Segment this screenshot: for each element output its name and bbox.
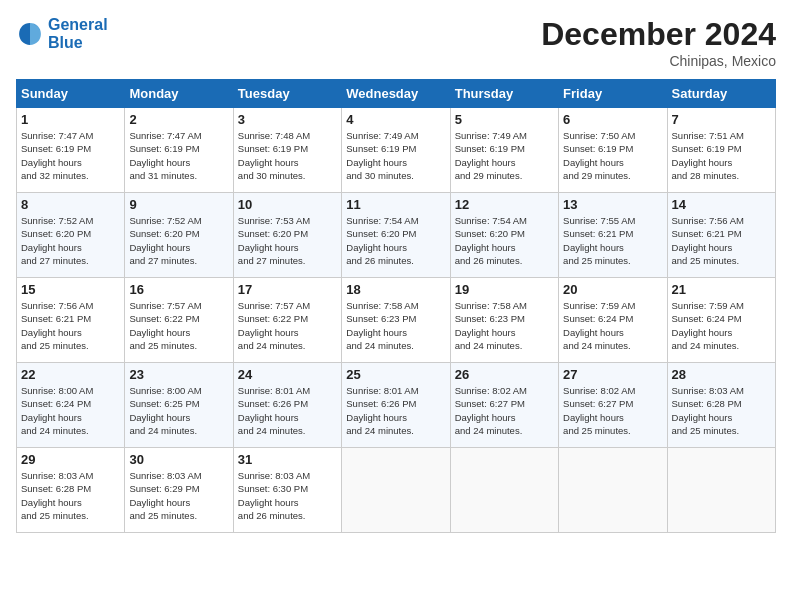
calendar-cell: 22 Sunrise: 8:00 AM Sunset: 6:24 PM Dayl… [17,363,125,448]
day-info: Sunrise: 7:47 AM Sunset: 6:19 PM Dayligh… [129,130,201,181]
calendar-header-monday: Monday [125,80,233,108]
day-info: Sunrise: 7:55 AM Sunset: 6:21 PM Dayligh… [563,215,635,266]
day-info: Sunrise: 8:01 AM Sunset: 6:26 PM Dayligh… [346,385,418,436]
calendar-week-row: 29 Sunrise: 8:03 AM Sunset: 6:28 PM Dayl… [17,448,776,533]
day-info: Sunrise: 7:49 AM Sunset: 6:19 PM Dayligh… [346,130,418,181]
title-block: December 2024 Chinipas, Mexico [541,16,776,69]
day-info: Sunrise: 7:52 AM Sunset: 6:20 PM Dayligh… [21,215,93,266]
day-number: 14 [672,197,771,212]
calendar-cell [342,448,450,533]
calendar-week-row: 22 Sunrise: 8:00 AM Sunset: 6:24 PM Dayl… [17,363,776,448]
day-info: Sunrise: 8:02 AM Sunset: 6:27 PM Dayligh… [455,385,527,436]
calendar-cell: 15 Sunrise: 7:56 AM Sunset: 6:21 PM Dayl… [17,278,125,363]
day-info: Sunrise: 7:58 AM Sunset: 6:23 PM Dayligh… [346,300,418,351]
day-info: Sunrise: 7:56 AM Sunset: 6:21 PM Dayligh… [21,300,93,351]
calendar-header-sunday: Sunday [17,80,125,108]
day-info: Sunrise: 7:59 AM Sunset: 6:24 PM Dayligh… [672,300,744,351]
day-info: Sunrise: 7:49 AM Sunset: 6:19 PM Dayligh… [455,130,527,181]
calendar-week-row: 1 Sunrise: 7:47 AM Sunset: 6:19 PM Dayli… [17,108,776,193]
day-info: Sunrise: 7:56 AM Sunset: 6:21 PM Dayligh… [672,215,744,266]
day-info: Sunrise: 7:47 AM Sunset: 6:19 PM Dayligh… [21,130,93,181]
calendar-cell: 28 Sunrise: 8:03 AM Sunset: 6:28 PM Dayl… [667,363,775,448]
calendar-cell: 1 Sunrise: 7:47 AM Sunset: 6:19 PM Dayli… [17,108,125,193]
calendar-cell: 12 Sunrise: 7:54 AM Sunset: 6:20 PM Dayl… [450,193,558,278]
day-info: Sunrise: 7:52 AM Sunset: 6:20 PM Dayligh… [129,215,201,266]
day-info: Sunrise: 8:02 AM Sunset: 6:27 PM Dayligh… [563,385,635,436]
day-number: 20 [563,282,662,297]
calendar-cell: 27 Sunrise: 8:02 AM Sunset: 6:27 PM Dayl… [559,363,667,448]
day-number: 24 [238,367,337,382]
day-number: 21 [672,282,771,297]
day-number: 22 [21,367,120,382]
day-number: 4 [346,112,445,127]
calendar-header-saturday: Saturday [667,80,775,108]
day-number: 9 [129,197,228,212]
day-number: 16 [129,282,228,297]
calendar-table: SundayMondayTuesdayWednesdayThursdayFrid… [16,79,776,533]
calendar-cell: 9 Sunrise: 7:52 AM Sunset: 6:20 PM Dayli… [125,193,233,278]
day-number: 7 [672,112,771,127]
month-title: December 2024 [541,16,776,53]
day-number: 19 [455,282,554,297]
calendar-cell: 7 Sunrise: 7:51 AM Sunset: 6:19 PM Dayli… [667,108,775,193]
day-number: 23 [129,367,228,382]
day-number: 5 [455,112,554,127]
day-number: 12 [455,197,554,212]
calendar-cell: 14 Sunrise: 7:56 AM Sunset: 6:21 PM Dayl… [667,193,775,278]
day-number: 3 [238,112,337,127]
day-info: Sunrise: 7:57 AM Sunset: 6:22 PM Dayligh… [129,300,201,351]
day-number: 18 [346,282,445,297]
calendar-week-row: 8 Sunrise: 7:52 AM Sunset: 6:20 PM Dayli… [17,193,776,278]
calendar-cell [559,448,667,533]
day-number: 8 [21,197,120,212]
day-info: Sunrise: 7:48 AM Sunset: 6:19 PM Dayligh… [238,130,310,181]
day-number: 11 [346,197,445,212]
page-header: General Blue December 2024 Chinipas, Mex… [16,16,776,69]
calendar-cell [450,448,558,533]
calendar-cell: 8 Sunrise: 7:52 AM Sunset: 6:20 PM Dayli… [17,193,125,278]
day-info: Sunrise: 7:54 AM Sunset: 6:20 PM Dayligh… [455,215,527,266]
calendar-header-row: SundayMondayTuesdayWednesdayThursdayFrid… [17,80,776,108]
day-info: Sunrise: 7:58 AM Sunset: 6:23 PM Dayligh… [455,300,527,351]
calendar-cell: 24 Sunrise: 8:01 AM Sunset: 6:26 PM Dayl… [233,363,341,448]
day-number: 17 [238,282,337,297]
calendar-week-row: 15 Sunrise: 7:56 AM Sunset: 6:21 PM Dayl… [17,278,776,363]
day-info: Sunrise: 7:59 AM Sunset: 6:24 PM Dayligh… [563,300,635,351]
calendar-cell: 23 Sunrise: 8:00 AM Sunset: 6:25 PM Dayl… [125,363,233,448]
logo: General Blue [16,16,108,52]
day-info: Sunrise: 8:00 AM Sunset: 6:24 PM Dayligh… [21,385,93,436]
calendar-cell: 19 Sunrise: 7:58 AM Sunset: 6:23 PM Dayl… [450,278,558,363]
calendar-cell: 18 Sunrise: 7:58 AM Sunset: 6:23 PM Dayl… [342,278,450,363]
day-info: Sunrise: 7:53 AM Sunset: 6:20 PM Dayligh… [238,215,310,266]
day-number: 30 [129,452,228,467]
calendar-cell: 11 Sunrise: 7:54 AM Sunset: 6:20 PM Dayl… [342,193,450,278]
day-number: 26 [455,367,554,382]
day-number: 28 [672,367,771,382]
day-number: 25 [346,367,445,382]
calendar-cell: 10 Sunrise: 7:53 AM Sunset: 6:20 PM Dayl… [233,193,341,278]
location: Chinipas, Mexico [541,53,776,69]
logo-icon [16,20,44,48]
calendar-header-tuesday: Tuesday [233,80,341,108]
calendar-cell: 3 Sunrise: 7:48 AM Sunset: 6:19 PM Dayli… [233,108,341,193]
calendar-cell: 26 Sunrise: 8:02 AM Sunset: 6:27 PM Dayl… [450,363,558,448]
calendar-cell: 16 Sunrise: 7:57 AM Sunset: 6:22 PM Dayl… [125,278,233,363]
calendar-header-thursday: Thursday [450,80,558,108]
calendar-cell: 29 Sunrise: 8:03 AM Sunset: 6:28 PM Dayl… [17,448,125,533]
day-info: Sunrise: 7:51 AM Sunset: 6:19 PM Dayligh… [672,130,744,181]
day-number: 1 [21,112,120,127]
calendar-cell: 21 Sunrise: 7:59 AM Sunset: 6:24 PM Dayl… [667,278,775,363]
day-info: Sunrise: 7:50 AM Sunset: 6:19 PM Dayligh… [563,130,635,181]
calendar-cell: 31 Sunrise: 8:03 AM Sunset: 6:30 PM Dayl… [233,448,341,533]
day-number: 13 [563,197,662,212]
day-number: 31 [238,452,337,467]
day-info: Sunrise: 8:03 AM Sunset: 6:30 PM Dayligh… [238,470,310,521]
calendar-cell: 2 Sunrise: 7:47 AM Sunset: 6:19 PM Dayli… [125,108,233,193]
day-number: 15 [21,282,120,297]
calendar-cell: 5 Sunrise: 7:49 AM Sunset: 6:19 PM Dayli… [450,108,558,193]
day-number: 6 [563,112,662,127]
day-info: Sunrise: 8:03 AM Sunset: 6:28 PM Dayligh… [21,470,93,521]
day-info: Sunrise: 7:57 AM Sunset: 6:22 PM Dayligh… [238,300,310,351]
calendar-cell: 6 Sunrise: 7:50 AM Sunset: 6:19 PM Dayli… [559,108,667,193]
day-number: 27 [563,367,662,382]
